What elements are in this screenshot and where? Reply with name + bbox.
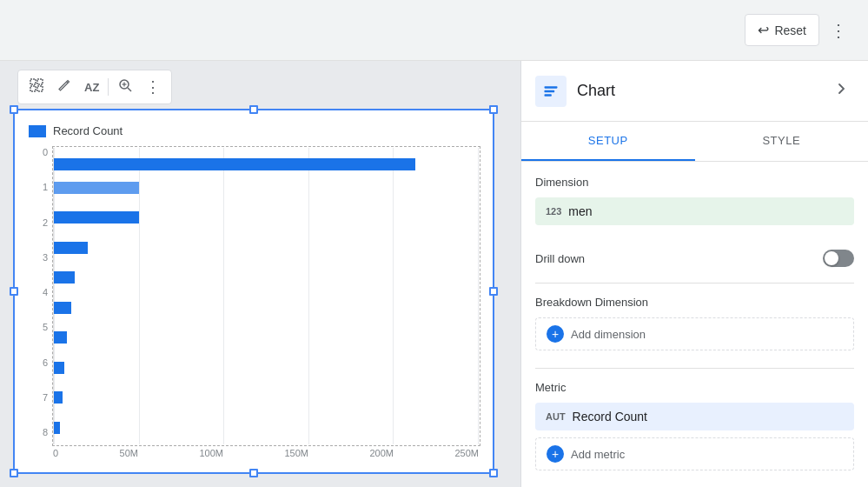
bar-row-0 [54,158,479,170]
bar-0-main [54,158,415,170]
panel-content: Dimension 123 men Drill down Breakdown D… [521,162,868,487]
bar-row-0b [54,182,479,194]
panel-title: Chart [577,82,819,100]
y-label-1: 1 [29,183,48,192]
metric-name: Record Count [573,410,647,424]
chart-more-button[interactable]: ⋮ [140,74,166,100]
text-tool-button[interactable]: AZ [79,76,104,98]
chart-container[interactable]: Record Count 0 1 2 3 4 5 6 7 8 [13,109,494,474]
y-label-3: 3 [29,253,48,263]
top-toolbar: ↩ Reset ⋮ [0,0,868,61]
x-label-250m: 250M [454,448,479,458]
bar-row-3 [54,271,479,284]
divider-2 [535,368,854,369]
svg-rect-3 [37,86,43,91]
edit-tool-button[interactable] [51,74,77,100]
add-dimension-button[interactable]: + Add dimension [535,317,854,350]
drill-down-toggle[interactable] [823,250,854,267]
handle-top-right[interactable] [489,105,498,114]
dimension-type-badge: 123 [546,206,561,217]
metric-type-badge: AUT [546,411,566,422]
panel-header: Chart [521,61,868,122]
chart-legend: Record Count [29,124,479,137]
y-label-2: 2 [29,218,48,228]
reset-button[interactable]: ↩ Reset [745,14,819,46]
bar-row-4 [54,302,479,314]
x-label-50m: 50M [120,448,138,458]
handle-bot-mid[interactable] [249,469,258,477]
bar-row-2 [54,242,479,254]
text-tool-icon: AZ [84,81,99,94]
zoom-tool-button[interactable] [112,74,138,100]
more-options-button[interactable]: ⋮ [823,13,854,48]
x-label-100m: 100M [199,448,223,458]
y-label-7: 7 [29,393,48,403]
divider-1 [535,283,854,284]
metric-tag[interactable]: AUT Record Count [535,403,854,430]
svg-rect-8 [545,86,558,89]
bar-1 [54,211,139,223]
bar-5 [54,331,67,344]
panel-tabs: SETUP STYLE [521,122,868,162]
canvas-area: AZ ⋮ [0,61,520,487]
svg-rect-0 [30,79,36,84]
legend-label: Record Count [53,124,123,137]
dimension-section-label: Dimension [535,176,854,189]
bar-3 [54,271,75,284]
handle-mid-right[interactable] [489,287,498,296]
chart-inner: Record Count 0 1 2 3 4 5 6 7 8 [15,110,493,472]
handle-bot-right[interactable] [489,469,498,477]
drill-down-label: Drill down [535,252,585,265]
x-axis: 0 50M 100M 150M 200M 250M [53,444,479,458]
svg-rect-1 [37,79,43,84]
breakdown-section-label: Breakdown Dimension [535,296,854,309]
add-metric-button[interactable]: + Add metric [535,437,854,470]
x-label-150m: 150M [284,448,308,458]
bar-4 [54,302,71,314]
handle-top-left[interactable] [10,105,18,114]
metric-section-label: Metric [535,381,854,394]
reset-label: Reset [774,23,806,37]
svg-rect-2 [30,86,36,91]
bar-0-second [54,182,139,194]
bar-row-1 [54,211,479,223]
handle-bot-left[interactable] [10,469,18,477]
y-label-5: 5 [29,323,48,332]
tab-style[interactable]: STYLE [695,122,869,161]
main-content: AZ ⋮ [0,61,868,487]
chart-plot-area: 0 50M 100M 150M 200M 250M [53,148,479,458]
x-label-200m: 200M [369,448,394,458]
legend-color-swatch [29,125,46,137]
breakdown-section: Breakdown Dimension + Add dimension [535,296,854,350]
tab-setup[interactable]: SETUP [521,122,695,161]
chart-more-icon: ⋮ [145,78,161,96]
handle-mid-left[interactable] [10,287,18,296]
bars-wrapper [54,148,479,444]
svg-line-5 [128,88,131,91]
bar-6 [54,362,64,374]
bar-row-8 [54,422,479,434]
add-dimension-label: Add dimension [571,328,646,341]
y-label-4: 4 [29,288,48,297]
svg-rect-9 [545,90,555,92]
handle-top-mid[interactable] [249,105,258,114]
y-label-6: 6 [29,358,48,368]
x-label-0: 0 [53,448,58,458]
dimension-tag[interactable]: 123 men [535,197,854,225]
add-metric-label: Add metric [571,448,625,461]
y-axis: 0 1 2 3 4 5 6 7 8 [29,148,48,458]
chart-panel-icon [535,76,567,107]
dimension-name: men [568,204,592,218]
chart-toolbar: AZ ⋮ [17,70,172,104]
svg-rect-10 [545,94,552,97]
panel-collapse-button[interactable] [830,77,854,105]
dimension-section: Dimension 123 men [535,176,854,225]
select-tool-button[interactable] [23,74,50,100]
drill-down-row: Drill down [535,243,854,274]
add-dimension-icon: + [547,325,564,343]
bar-8 [54,422,60,434]
bar-7 [54,391,63,404]
metric-section: Metric AUT Record Count + Add metric [535,381,854,470]
toolbar-divider [108,78,109,96]
bar-row-6 [54,362,479,374]
